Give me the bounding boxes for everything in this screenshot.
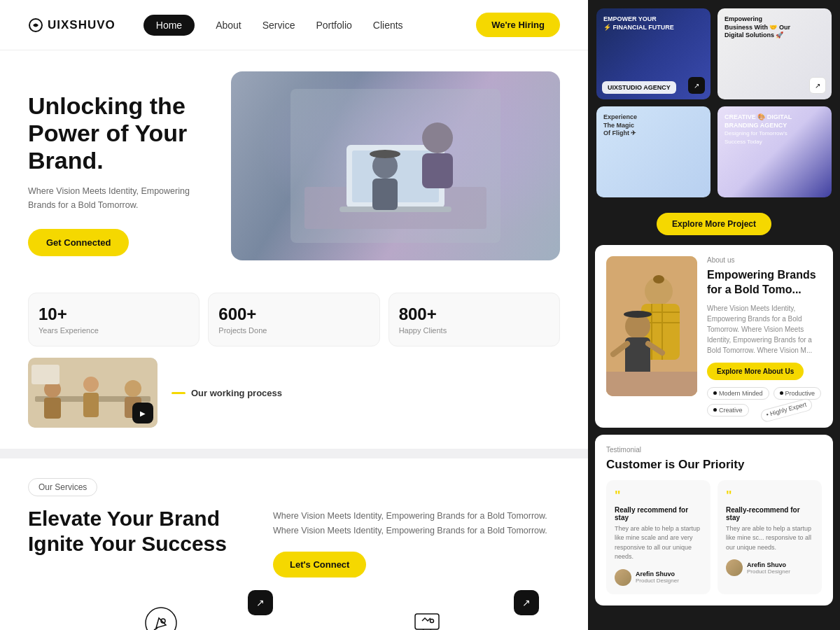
play-button[interactable]: ▶ bbox=[132, 402, 153, 424]
working-img-content: ▶ bbox=[28, 358, 158, 428]
hero-right bbox=[231, 71, 560, 260]
svg-point-34 bbox=[624, 311, 652, 318]
services-left: Elevate Your Brand Ignite Your Success bbox=[28, 506, 252, 556]
portfolio-arrow-1[interactable]: ↗ bbox=[809, 77, 826, 94]
design-icon bbox=[144, 606, 178, 631]
presentation-icon bbox=[410, 606, 444, 631]
nav-home[interactable]: Home bbox=[144, 15, 195, 36]
explore-btn[interactable]: Explore More Project bbox=[657, 213, 771, 235]
services-badge: Our Services bbox=[28, 478, 97, 496]
service-icon-box-0 bbox=[142, 604, 180, 631]
service-arrow-btn-0[interactable]: ↗ bbox=[248, 590, 273, 615]
stat-number-2: 800+ bbox=[399, 304, 550, 324]
svg-point-24 bbox=[430, 619, 434, 622]
stat-number-1: 600+ bbox=[218, 304, 369, 324]
hero-heading: Unlocking the Power of Your Brand. bbox=[28, 92, 210, 174]
working-image: ▶ bbox=[28, 358, 158, 428]
tag-dot-0 bbox=[713, 391, 717, 395]
testimonial-heading: Customer is Our Priority bbox=[606, 458, 822, 472]
card-inner-text-0: EMPOWER YOUR⚡ FINANCIAL FUTURE bbox=[596, 8, 710, 38]
portfolio-card-3: CREATIVE 🎨 DIGITALBRANDING AGENCYDesigni… bbox=[718, 106, 832, 197]
svg-rect-15 bbox=[44, 398, 61, 419]
portfolio-label-0: UIXSTUDIO AGENCY bbox=[602, 81, 676, 94]
author-role-1: Product Designer bbox=[747, 568, 790, 575]
tag-dot-1 bbox=[780, 391, 783, 395]
svg-rect-20 bbox=[31, 365, 59, 384]
working-label: Our working process bbox=[172, 388, 282, 398]
hero-section: Unlocking the Power of Your Brand. Where… bbox=[0, 50, 588, 281]
tag-label-2: Creative bbox=[719, 407, 743, 414]
svg-rect-10 bbox=[372, 178, 398, 210]
card-inner-text-1: EmpoweringBusiness With 🤝 OurDigital Sol… bbox=[718, 8, 832, 47]
working-section: ▶ Our working process bbox=[0, 346, 588, 449]
testimonial-grid: " Really recommend for stay They are abl… bbox=[606, 480, 822, 594]
testimonial-label-0: Really recommend for stay bbox=[615, 506, 702, 522]
services-desc: Where Vision Meets Identity, Empowering … bbox=[273, 509, 560, 539]
nav-cta-button[interactable]: We're Hiring bbox=[476, 13, 560, 37]
service-arrow-btn-1[interactable]: ↗ bbox=[514, 590, 539, 615]
navbar: UIXSHUVO Home About Service Portfolio Cl… bbox=[0, 0, 588, 50]
hero-left: Unlocking the Power of Your Brand. Where… bbox=[28, 71, 210, 256]
logo: UIXSHUVO bbox=[28, 18, 115, 33]
about-heading-right: Empowering Brands for a Bold Tomo... bbox=[707, 268, 822, 298]
about-image-right bbox=[606, 256, 697, 396]
about-text-right: About us Empowering Brands for a Bold To… bbox=[707, 256, 822, 416]
testimonial-quote-0: " bbox=[615, 489, 702, 503]
services-heading-line1: Elevate Your Brand bbox=[28, 507, 220, 530]
testimonial-section: Testimonial Customer is Our Priority " R… bbox=[595, 435, 833, 606]
testimonial-text-1: They are able to help a startup like min… bbox=[726, 524, 813, 553]
testimonial-card-1: " Really-recommend for stay They are abl… bbox=[718, 480, 822, 594]
author-info-1: Arefin Shuvo Product Designer bbox=[747, 561, 790, 575]
portfolio-card-1: EmpoweringBusiness With 🤝 OurDigital Sol… bbox=[718, 8, 832, 99]
testimonial-author-0: Arefin Shuvo Product Designer bbox=[615, 569, 702, 586]
yellow-line-decoration bbox=[172, 392, 186, 394]
testimonial-tag: Testimonial bbox=[606, 446, 822, 454]
stat-label-2: Happy Clients bbox=[399, 326, 550, 335]
services-section: Our Services Elevate Your Brand Ignite Y… bbox=[0, 458, 588, 597]
explore-btn-row: Explore More Project bbox=[588, 206, 840, 245]
portfolio-arrow-0[interactable]: ↗ bbox=[688, 77, 705, 94]
about-tag: About us bbox=[707, 256, 822, 264]
logo-icon bbox=[28, 18, 43, 33]
hero-cta-button[interactable]: Get Connected bbox=[28, 229, 129, 256]
section-divider bbox=[0, 449, 588, 458]
svg-rect-23 bbox=[415, 614, 439, 629]
nav-portfolio[interactable]: Portfolio bbox=[316, 20, 351, 31]
nav-links: Home About Service Portfolio Clients bbox=[144, 15, 448, 36]
svg-rect-36 bbox=[606, 372, 697, 396]
nav-about[interactable]: About bbox=[216, 20, 241, 31]
stat-card-2: 800+ Happy Clients bbox=[388, 293, 560, 346]
stat-card-1: 600+ Projects Done bbox=[208, 293, 379, 346]
svg-rect-8 bbox=[422, 153, 453, 188]
service-icon-item-0: ↗ bbox=[28, 604, 294, 631]
tag-pill-2: Creative bbox=[707, 404, 749, 416]
right-panel: EMPOWER YOUR⚡ FINANCIAL FUTURE UIXSTUDIO… bbox=[588, 0, 840, 630]
portfolio-grid: EMPOWER YOUR⚡ FINANCIAL FUTURE UIXSTUDIO… bbox=[588, 0, 840, 206]
hero-scene-svg bbox=[276, 75, 514, 257]
portfolio-card-0: EMPOWER YOUR⚡ FINANCIAL FUTURE UIXSTUDIO… bbox=[596, 8, 710, 99]
card-inner-text-2: ExperienceThe MagicOf Flight ✈ bbox=[596, 106, 710, 145]
services-grid: Elevate Your Brand Ignite Your Success W… bbox=[28, 506, 560, 578]
svg-point-27 bbox=[653, 275, 664, 284]
testimonial-author-1: Arefin Shuvo Product Designer bbox=[726, 559, 813, 576]
hero-subtext: Where Vision Meets Identity, Empowering … bbox=[28, 184, 210, 212]
services-cta-button[interactable]: Let's Connect bbox=[273, 552, 366, 578]
tag-label-1: Productive bbox=[785, 390, 816, 397]
stat-label-0: Years Experience bbox=[38, 326, 189, 335]
svg-rect-17 bbox=[83, 393, 99, 417]
about-cta-button[interactable]: Explore More About Us bbox=[707, 363, 804, 380]
stat-number-0: 10+ bbox=[38, 304, 189, 324]
main-panel: UIXSHUVO Home About Service Portfolio Cl… bbox=[0, 0, 588, 630]
nav-service[interactable]: Service bbox=[262, 20, 295, 31]
brand-name: UIXSHUVO bbox=[48, 18, 115, 32]
service-icon-item-1: ↗ bbox=[294, 604, 560, 631]
author-avatar-0 bbox=[615, 569, 631, 586]
nav-clients[interactable]: Clients bbox=[373, 20, 403, 31]
stats-row: 10+ Years Experience 600+ Projects Done … bbox=[0, 281, 588, 346]
services-heading-line2: Ignite Your Success bbox=[28, 532, 227, 555]
about-section-right: About us Empowering Brands for a Bold To… bbox=[595, 245, 833, 428]
service-icon-box-1 bbox=[408, 604, 446, 631]
about-image-svg bbox=[606, 256, 697, 396]
author-name-0: Arefin Shuvo bbox=[636, 570, 679, 578]
testimonial-label-1: Really-recommend for stay bbox=[726, 506, 813, 522]
